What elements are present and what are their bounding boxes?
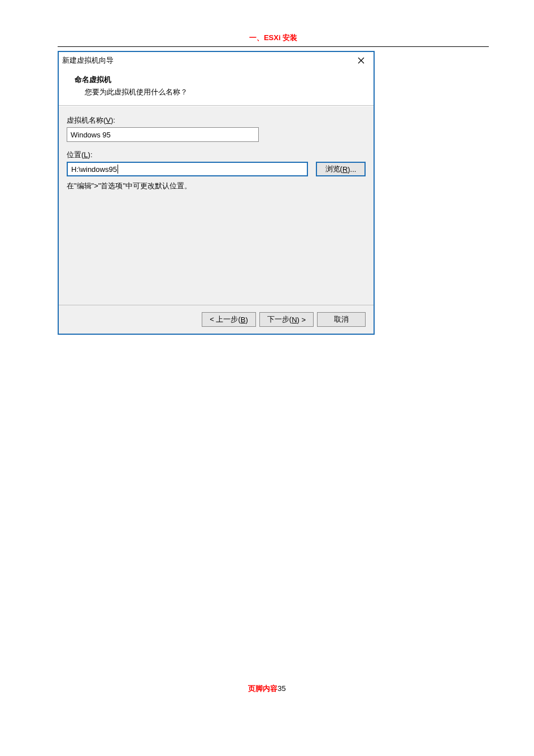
vm-location-label-post: ): (88, 150, 93, 159)
dialog-title: 新建虚拟机向导 (62, 55, 114, 66)
next-button-post: ) > (297, 316, 306, 324)
page-footer: 页脚内容35 (0, 684, 534, 694)
close-icon (358, 57, 364, 64)
browse-button-post: )... (348, 165, 356, 174)
text-caret (118, 165, 118, 174)
browse-button[interactable]: 浏览(R)... (316, 162, 366, 176)
vm-name-label-key: V (106, 116, 111, 124)
page-header: 一、ESXi 安装 (58, 33, 489, 47)
back-button[interactable]: < 上一步(B) (202, 312, 256, 327)
next-button-pre: 下一步( (267, 314, 292, 325)
vm-location-input[interactable]: H:\windows95 (67, 162, 308, 176)
vm-name-value: Windows 95 (71, 131, 111, 139)
vm-name-label-post: ): (111, 116, 115, 124)
page-footer-label: 页脚内容 (248, 684, 277, 693)
page-footer-number: 35 (277, 684, 285, 693)
dialog-body: 虚拟机名称(V): Windows 95 位置(L): H:\windows95… (59, 106, 374, 305)
vm-name-label-pre: 虚拟机名称( (67, 116, 106, 124)
next-button-key: N (292, 316, 297, 324)
browse-button-pre: 浏览( (325, 164, 342, 174)
vm-location-row: 位置(L): H:\windows95 浏览(R)... (67, 150, 366, 176)
browse-button-key: R (342, 165, 348, 174)
back-button-post: ) (245, 316, 248, 324)
dialog-step-subtitle: 您要为此虚拟机使用什么名称？ (75, 87, 368, 97)
vm-location-label: 位置(L): (67, 150, 366, 160)
next-button[interactable]: 下一步(N) > (259, 312, 314, 327)
cancel-button[interactable]: 取消 (317, 312, 366, 327)
dialog-footer: < 上一步(B) 下一步(N) > 取消 (59, 305, 374, 334)
cancel-button-label: 取消 (334, 314, 349, 325)
vm-name-row: 虚拟机名称(V): Windows 95 (67, 115, 366, 142)
vm-location-value: H:\windows95 (71, 165, 117, 174)
vm-location-label-key: L (84, 150, 88, 159)
vm-location-label-pre: 位置( (67, 150, 84, 159)
vm-name-input[interactable]: Windows 95 (67, 127, 259, 142)
close-button[interactable] (353, 54, 369, 67)
dialog-header-panel: 命名虚拟机 您要为此虚拟机使用什么名称？ (59, 69, 374, 106)
new-vm-wizard-dialog: 新建虚拟机向导 命名虚拟机 您要为此虚拟机使用什么名称？ 虚拟机名称(V): W… (58, 51, 375, 335)
vm-name-label: 虚拟机名称(V): (67, 115, 366, 126)
back-button-key: B (241, 316, 246, 324)
dialog-step-title: 命名虚拟机 (75, 75, 368, 85)
location-hint: 在"编辑">"首选项"中可更改默认位置。 (67, 181, 366, 191)
page-header-text: 一、ESXi 安装 (249, 33, 297, 42)
dialog-titlebar: 新建虚拟机向导 (59, 52, 374, 69)
back-button-pre: < 上一步( (210, 314, 241, 325)
